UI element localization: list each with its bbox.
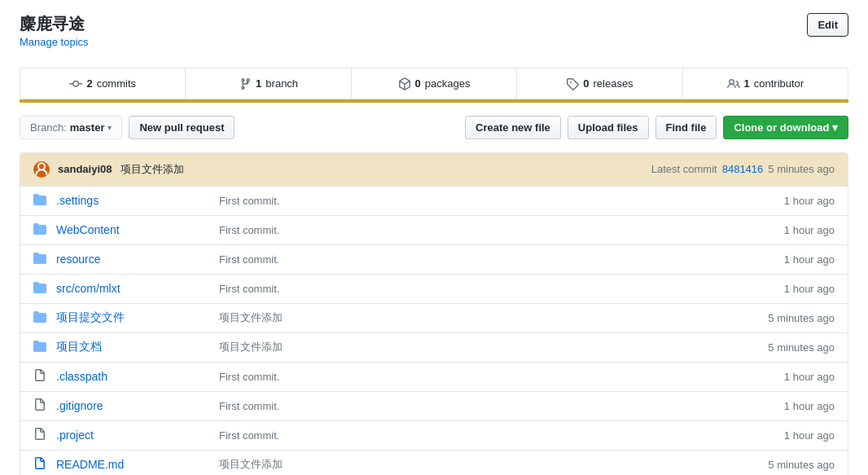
table-row: .classpath First commit. 1 hour ago — [20, 363, 848, 392]
file-commit-message: First commit. — [219, 283, 737, 295]
commit-time: 5 minutes ago — [768, 163, 835, 175]
branch-name: master — [70, 121, 105, 134]
branches-count: 1 — [256, 77, 261, 90]
toolbar-left: Branch: master ▾ New pull request — [20, 116, 235, 139]
file-name[interactable]: WebContent — [56, 223, 219, 236]
table-row: .settings First commit. 1 hour ago — [20, 187, 848, 216]
commits-icon — [69, 77, 82, 90]
file-name[interactable]: 项目文档 — [56, 340, 219, 354]
table-row: .gitignore First commit. 1 hour ago — [20, 392, 848, 421]
file-time: 1 hour ago — [737, 253, 835, 266]
avatar — [33, 161, 50, 178]
file-name[interactable]: .classpath — [56, 370, 219, 383]
branches-icon — [239, 77, 252, 90]
chevron-down-icon: ▾ — [107, 123, 112, 132]
upload-files-button[interactable]: Upload files — [568, 116, 649, 139]
folder-icon — [33, 310, 50, 326]
contributors-label: contributor — [754, 77, 804, 90]
file-commit-message: First commit. — [219, 429, 737, 442]
commit-info-row: sandaiyi08 项目文件添加 Latest commit 8481416 … — [20, 153, 848, 187]
folder-icon — [33, 252, 50, 267]
file-commit-message: 项目文件添加 — [219, 457, 737, 472]
packages-icon — [398, 77, 411, 90]
file-commit-message: First commit. — [219, 224, 737, 236]
manage-topics-link[interactable]: Manage topics — [20, 36, 89, 48]
file-commit-message: 项目文件添加 — [219, 340, 737, 354]
releases-count: 0 — [583, 77, 589, 90]
branch-toolbar: Branch: master ▾ New pull request Create… — [20, 116, 848, 139]
new-pull-request-button[interactable]: New pull request — [129, 116, 235, 139]
file-name[interactable]: src/com/mlxt — [56, 282, 219, 295]
releases-label: releases — [593, 77, 633, 90]
commits-label: commits — [97, 77, 136, 90]
file-name[interactable]: .project — [56, 429, 219, 442]
file-commit-message: First commit. — [219, 400, 737, 412]
file-table: sandaiyi08 项目文件添加 Latest commit 8481416 … — [20, 152, 848, 475]
file-commit-message: First commit. — [219, 253, 737, 266]
branches-stat[interactable]: 1 branch — [186, 68, 351, 99]
contributors-icon — [727, 77, 740, 90]
file-time: 1 hour ago — [737, 224, 835, 236]
toolbar-right: Create new file Upload files Find file C… — [465, 116, 848, 139]
file-time: 5 minutes ago — [737, 459, 835, 471]
file-time: 1 hour ago — [737, 371, 835, 383]
file-name[interactable]: .settings — [56, 194, 219, 207]
file-icon — [33, 428, 50, 443]
file-time: 1 hour ago — [737, 195, 835, 207]
packages-stat[interactable]: 0 packages — [352, 68, 517, 99]
releases-icon — [566, 77, 579, 90]
table-row: README.md 项目文件添加 5 minutes ago — [20, 451, 848, 475]
find-file-button[interactable]: Find file — [655, 116, 717, 139]
file-time: 1 hour ago — [737, 283, 835, 295]
file-time: 1 hour ago — [737, 400, 835, 412]
table-row: resource First commit. 1 hour ago — [20, 245, 848, 275]
repo-title: 麋鹿寻途 — [20, 13, 89, 35]
file-commit-message: First commit. — [219, 195, 737, 207]
stats-bar: 2 commits 1 branch 0 packages 0 releases — [20, 68, 848, 99]
file-name[interactable]: .gitignore — [56, 399, 219, 412]
commit-author: sandaiyi08 — [58, 163, 112, 175]
contributors-stat[interactable]: 1 contributor — [683, 68, 848, 99]
commit-message: 项目文件添加 — [121, 162, 184, 177]
folder-icon — [33, 222, 50, 238]
latest-commit-label: Latest commit — [651, 163, 717, 175]
table-row: src/com/mlxt First commit. 1 hour ago — [20, 275, 848, 304]
file-name[interactable]: 项目提交文件 — [56, 310, 219, 325]
table-row: 项目提交文件 项目文件添加 5 minutes ago — [20, 304, 848, 333]
file-icon — [33, 369, 50, 385]
file-time: 5 minutes ago — [737, 312, 835, 324]
commit-meta: Latest commit 8481416 5 minutes ago — [651, 163, 835, 175]
file-name[interactable]: README.md — [56, 458, 219, 471]
folder-icon — [33, 281, 50, 297]
commit-hash-link[interactable]: 8481416 — [722, 163, 764, 175]
table-row: 项目文档 项目文件添加 5 minutes ago — [20, 333, 848, 363]
branch-label: Branch: — [30, 121, 67, 134]
file-name[interactable]: resource — [56, 253, 219, 266]
commits-count: 2 — [86, 77, 92, 90]
clone-button-label: Clone or download — [734, 121, 829, 134]
language-progress-bar — [20, 99, 848, 103]
branches-label: branch — [265, 77, 298, 90]
folder-icon — [33, 193, 50, 209]
file-time: 5 minutes ago — [737, 341, 835, 354]
releases-stat[interactable]: 0 releases — [517, 68, 682, 99]
packages-label: packages — [425, 77, 471, 90]
commits-stat[interactable]: 2 commits — [20, 68, 186, 99]
edit-button[interactable]: Edit — [807, 13, 848, 37]
contributors-count: 1 — [744, 77, 750, 90]
clone-chevron-icon: ▾ — [832, 121, 838, 134]
table-row: WebContent First commit. 1 hour ago — [20, 216, 848, 245]
file-time: 1 hour ago — [737, 429, 835, 442]
branch-selector[interactable]: Branch: master ▾ — [20, 116, 122, 139]
create-new-file-button[interactable]: Create new file — [465, 116, 561, 139]
packages-count: 0 — [415, 77, 421, 90]
file-commit-message: First commit. — [219, 371, 737, 383]
table-row: .project First commit. 1 hour ago — [20, 421, 848, 451]
file-icon — [33, 457, 50, 473]
file-commit-message: 项目文件添加 — [219, 310, 737, 325]
file-icon — [33, 398, 50, 414]
folder-icon — [33, 340, 50, 355]
clone-or-download-button[interactable]: Clone or download ▾ — [723, 116, 848, 139]
